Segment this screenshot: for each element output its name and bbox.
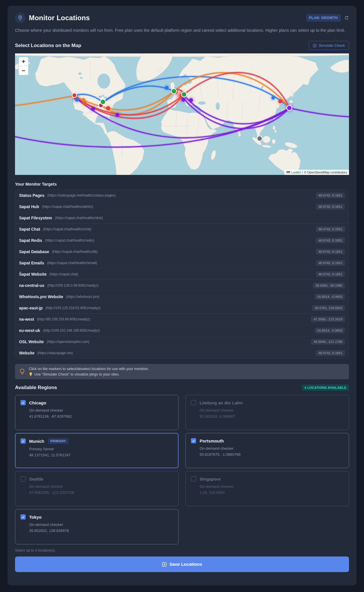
tip-line-1: Click on the markers to select/deselect … bbox=[29, 367, 149, 371]
region-card-limburg[interactable]: Limburg an der Lahn On-demand checker 50… bbox=[185, 395, 349, 430]
locations-available-badge: 4 LOCATIONS AVAILABLE bbox=[302, 384, 349, 391]
regions-grid: Chicago On-demand checker 41.8781136, -8… bbox=[15, 395, 349, 544]
checkbox-checked[interactable] bbox=[191, 438, 196, 443]
target-url: (https://statuspage.me) bbox=[37, 351, 73, 355]
map-marker-singapore[interactable] bbox=[257, 136, 262, 141]
map-marker-ping bbox=[82, 101, 87, 105]
targets-heading: Your Monitor Targets bbox=[15, 182, 349, 186]
map-marker-portsmouth[interactable] bbox=[171, 89, 177, 94]
region-subtitle: Primary Server bbox=[29, 447, 173, 451]
region-name: Limburg an der Lahn bbox=[200, 400, 243, 405]
region-card-munich[interactable]: Munich PRIMARY Primary Server 48.1371541… bbox=[15, 433, 179, 468]
primary-badge: PRIMARY bbox=[48, 438, 69, 444]
map-marker-ping bbox=[165, 86, 169, 90]
page-title: Monitor Locations bbox=[29, 14, 90, 22]
target-name: eu-west-uk bbox=[19, 328, 40, 333]
zoom-in-button[interactable]: + bbox=[19, 57, 28, 66]
monitor-target-row: Website (https://statuspage.me) 48.9742,… bbox=[15, 347, 349, 358]
region-card-tokyo[interactable]: Tokyo On-demand checker 35.652832, 139.8… bbox=[15, 509, 179, 544]
map-marker-ping bbox=[91, 107, 95, 111]
selection-limit-note: Select up to 4 location(s). bbox=[15, 548, 349, 552]
target-name: Sapat Emails bbox=[19, 261, 44, 265]
target-coordinates-badge: 48.9742, 8.1851 bbox=[316, 271, 345, 277]
tip-box: Click on the markers to select/deselect … bbox=[15, 364, 349, 379]
target-url: (https://sapat.chat/healthz/db) bbox=[52, 250, 97, 254]
regions-heading: Available Regions bbox=[15, 385, 57, 391]
osm-attribution[interactable]: © OpenStreetMap contributors bbox=[304, 171, 347, 174]
target-url: (http://103.125.216.51:8081/readyz) bbox=[46, 306, 101, 310]
region-name: Singapore bbox=[200, 477, 221, 481]
checkbox-checked[interactable] bbox=[20, 400, 26, 405]
map-marker-munich[interactable] bbox=[181, 92, 187, 97]
region-name: Chicago bbox=[29, 400, 46, 405]
map-marker-ping bbox=[75, 98, 79, 102]
map-marker-ping bbox=[271, 96, 275, 100]
target-coordinates-badge: 50.8514, -0.9903 bbox=[315, 328, 345, 333]
region-subtitle: On-demand checker bbox=[200, 446, 344, 451]
checkbox-unchecked[interactable] bbox=[20, 476, 26, 481]
map-zoom-control: + − bbox=[18, 57, 29, 75]
map-section-heading: Select Locations on the Map bbox=[15, 43, 81, 48]
monitor-target-row: Sapat Chat (https://sapat.chat/healthz/c… bbox=[15, 223, 349, 235]
region-subtitle: On-demand checker bbox=[200, 408, 344, 412]
leaflet-link[interactable]: Leaflet bbox=[291, 171, 301, 174]
map-marker-ping bbox=[115, 113, 119, 117]
region-subtitle: On-demand checker bbox=[29, 408, 173, 412]
region-card-singapore[interactable]: Singapore On-demand checker 1.29, 103.85… bbox=[185, 471, 349, 506]
checkbox-checked[interactable] bbox=[20, 438, 26, 444]
refresh-icon[interactable] bbox=[344, 16, 349, 20]
target-url: (https://sapat.chat/healthz/redis) bbox=[45, 238, 94, 242]
target-name: na-central-us bbox=[19, 283, 44, 288]
target-url: (https://sapat.chat) bbox=[49, 272, 78, 276]
monitor-target-row: Sapat Database (https://sapat.chat/healt… bbox=[15, 246, 349, 257]
map-marker-chicago[interactable] bbox=[100, 99, 106, 104]
target-coordinates-badge: 48.9742, 8.1851 bbox=[316, 193, 345, 198]
plan-badge: PLAN: GROWTH bbox=[306, 14, 341, 22]
page-description: Choose where your distributed monitors w… bbox=[15, 27, 348, 33]
save-locations-button[interactable]: Save Locations bbox=[15, 556, 349, 572]
target-name: Sapat Database bbox=[19, 249, 49, 254]
target-name: Sapat Hub bbox=[19, 204, 39, 209]
target-url: (http://149.102.146.185:8081/readyz) bbox=[43, 328, 100, 333]
target-name: WhoHosts.pro Website bbox=[19, 294, 63, 299]
target-name: OSL Website bbox=[19, 339, 44, 344]
target-url: (https://sapat.chat/healthz/admin) bbox=[42, 205, 93, 209]
target-coordinates-badge: 48.9742, 8.1851 bbox=[316, 238, 345, 243]
map-marker-seattle[interactable] bbox=[72, 93, 77, 98]
zoom-out-button[interactable]: − bbox=[19, 66, 28, 75]
region-subtitle: On-demand checker bbox=[29, 484, 173, 489]
monitor-target-row: Sapat Emails (https://sapat.chat/healthz… bbox=[15, 257, 349, 268]
target-name: Sapat Redis bbox=[19, 238, 42, 243]
map-marker-ping bbox=[278, 99, 282, 103]
checkbox-checked[interactable] bbox=[20, 514, 26, 520]
monitor-target-row: apac-east-jp (http://103.125.216.51:8081… bbox=[15, 302, 349, 313]
monitor-target-row: Šapat Website (https://sapat.chat) 48.97… bbox=[15, 268, 349, 280]
target-name: Sapat Filesystem bbox=[19, 216, 52, 220]
checkbox-unchecked[interactable] bbox=[191, 400, 196, 405]
lightbulb-emoji-icon bbox=[29, 372, 33, 376]
region-name: Tokyo bbox=[29, 515, 42, 520]
checkbox-unchecked[interactable] bbox=[191, 476, 196, 481]
target-url: (https://sapat.chat/healthz/chat) bbox=[43, 227, 91, 231]
simulate-check-button[interactable]: Simulate Check bbox=[309, 41, 349, 50]
region-coordinates: 48.1371541, 11.5761247 bbox=[29, 453, 173, 457]
map-marker-tokyo[interactable] bbox=[287, 105, 292, 111]
region-coordinates: 1.29, 103.8503 bbox=[200, 490, 344, 495]
region-card-seattle[interactable]: Seattle On-demand checker 47.6062095, -1… bbox=[15, 471, 179, 506]
region-subtitle: On-demand checker bbox=[29, 522, 173, 527]
target-url: (https://sapat.chat/healthz/disk) bbox=[55, 216, 103, 220]
target-coordinates-badge: 50.8514, -0.9903 bbox=[315, 294, 345, 300]
region-card-chicago[interactable]: Chicago On-demand checker 41.8781136, -8… bbox=[15, 395, 179, 430]
map-marker-ping bbox=[181, 98, 185, 102]
monitor-locations-panel: Monitor Locations PLAN: GROWTH Choose wh… bbox=[7, 6, 357, 585]
target-name: Status Pages bbox=[19, 193, 44, 198]
region-coordinates: 35.652832, 139.839478 bbox=[29, 528, 173, 533]
region-card-portsmouth[interactable]: Portsmouth On-demand checker 50.8197675,… bbox=[185, 433, 349, 468]
target-url: (https://whohosts.pro) bbox=[66, 295, 99, 299]
target-coordinates-badge: 38.6364, -90.1985 bbox=[313, 283, 345, 288]
target-name: Sapat Chat bbox=[19, 227, 40, 231]
monitor-targets-list: Status Pages (https://statuspage.me/heal… bbox=[15, 189, 349, 359]
monitor-target-row: Sapat Filesystem (https://sapat.chat/hea… bbox=[15, 212, 349, 223]
world-map[interactable]: + − Leaflet | © OpenStreetMap contributo… bbox=[15, 53, 349, 175]
region-name: Portsmouth bbox=[200, 438, 224, 443]
